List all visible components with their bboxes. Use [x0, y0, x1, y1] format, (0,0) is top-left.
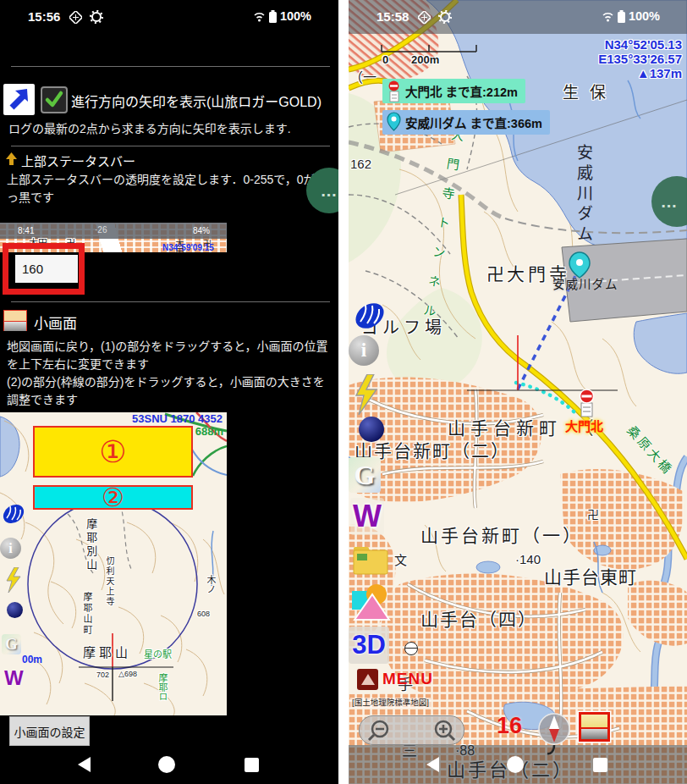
- transparency-input[interactable]: 160: [15, 255, 78, 283]
- divider: [11, 66, 330, 67]
- small-screen-settings-button[interactable]: 小画面の設定: [9, 716, 90, 746]
- check-icon: [42, 88, 66, 112]
- lightning-icon[interactable]: [352, 374, 382, 415]
- position-readout: N34°52'05.13 E135°33'26.57 ▲137m: [598, 37, 682, 80]
- wind-icon[interactable]: [354, 298, 389, 334]
- nav-home-button[interactable]: [158, 756, 175, 773]
- info-icon[interactable]: i: [349, 335, 379, 366]
- temple-mark-icon: 卍: [486, 264, 504, 284]
- zoom-level: 16: [497, 714, 522, 739]
- latitude: N34°52'05.13: [598, 37, 682, 52]
- divider: [11, 146, 330, 146]
- layers-icon: [418, 11, 431, 24]
- gear-icon: [90, 10, 103, 24]
- status-bar-left: 15:56 100%: [0, 0, 338, 34]
- zoom-slider[interactable]: [359, 715, 464, 745]
- altitude: ▲137m: [598, 66, 682, 80]
- lightning-icon[interactable]: [4, 567, 25, 593]
- attribution: [国土地理院標準地図]: [350, 698, 431, 708]
- gear-icon: [438, 10, 452, 24]
- wifi-icon: [253, 11, 266, 22]
- small-screen-region-2[interactable]: ②: [33, 485, 193, 510]
- small-screen-region-1[interactable]: ①: [33, 426, 193, 478]
- up-arrow-icon: [6, 152, 17, 165]
- label-yamatedai-4: 山手台（四）: [420, 610, 537, 629]
- nav-back-button[interactable]: [426, 757, 439, 772]
- battery-icon: [618, 10, 625, 23]
- waypoint-banner-dam[interactable]: 安威川ダム まで直:366m: [382, 110, 550, 135]
- bus-stop-icon: [404, 642, 418, 655]
- small-screen-toggle[interactable]: [579, 712, 610, 742]
- preview-grid-ref: 53SNU 1870 4352: [132, 413, 223, 425]
- sphere-marker-icon[interactable]: [7, 602, 23, 618]
- small-screen-description-1: 地図画面に戻り，(1)の部分をドラッグすると，小画面の位置を上下左右に変更できま…: [7, 338, 335, 373]
- info-icon[interactable]: i: [0, 538, 21, 559]
- w-icon[interactable]: W: [350, 498, 384, 535]
- label-higashimachi: 山手台東町: [544, 567, 637, 587]
- small-screen-title: 小画面: [34, 312, 77, 333]
- g-map-icon[interactable]: G: [349, 457, 381, 493]
- label-lake-name: 安威川ダム: [574, 144, 591, 246]
- preview-map-number: ·26: [95, 225, 107, 235]
- nav-recents-button[interactable]: [245, 758, 259, 772]
- preview-battery: 84%: [193, 226, 210, 235]
- fab-dots: …: [661, 192, 679, 212]
- statusbar-section-title: 上部ステータスバー: [21, 152, 135, 169]
- label-hoshi-no-eki: 星の駅: [144, 649, 172, 660]
- nav-recents-button[interactable]: [593, 758, 607, 772]
- menu-warning-icon[interactable]: [357, 669, 378, 690]
- nav-home-button[interactable]: [507, 756, 524, 773]
- small-screen-icon: [3, 310, 27, 331]
- w-icon[interactable]: W: [4, 666, 24, 690]
- label-maya-betsuzan: 摩耶別山: [85, 518, 96, 572]
- layers-icon: [69, 11, 82, 24]
- label-tenjoji: 忉利天上寺: [105, 556, 114, 607]
- label-maya-sancho: 摩耶山町: [82, 592, 92, 636]
- shapes-icon[interactable]: [352, 582, 391, 623]
- wind-icon[interactable]: [2, 501, 27, 527]
- label-kino: 木ノ: [206, 575, 216, 594]
- fab-dots: …: [321, 181, 338, 201]
- direction-arrow-icon: [3, 84, 35, 115]
- settings-screen: 15:56 100% 進行方向の矢印を表示(山旅ロガーGOLD) ログの最新の2…: [0, 0, 338, 784]
- transparency-highlight-box: 160: [3, 243, 85, 295]
- label-dam: 安威川ダム: [552, 279, 618, 292]
- preview-time: 8:41: [18, 226, 34, 235]
- direction-arrow-label: 進行方向の矢印を表示(山旅ロガーGOLD): [71, 91, 322, 111]
- wifi-icon: [602, 11, 614, 22]
- nav-back-button[interactable]: [78, 757, 91, 772]
- divider: [11, 301, 330, 302]
- longitude: E135°33'26.57: [598, 52, 682, 66]
- 3d-button[interactable]: 3D: [349, 627, 389, 664]
- label-maya-rope: 摩耶ロ: [157, 673, 168, 701]
- label-seiho: 生保: [563, 85, 617, 102]
- statusbar-section-description: 上部ステータスバーの透明度を設定します．0-255で，0が真っ黒です: [7, 171, 330, 207]
- folder-icon[interactable]: [352, 542, 389, 577]
- scale-zero: 0: [382, 54, 388, 66]
- pin-icon: [387, 112, 401, 132]
- label-698: △698: [118, 671, 137, 679]
- clock: 15:56: [28, 9, 60, 24]
- no-entry-marker: [580, 389, 594, 417]
- label-702: 702: [96, 671, 109, 680]
- sphere-marker-icon[interactable]: [359, 417, 384, 442]
- battery-icon: [269, 10, 277, 23]
- preview-elevation: 688m: [195, 426, 223, 438]
- school-mark: 文: [394, 554, 407, 568]
- menu-button[interactable]: MENU: [382, 671, 433, 688]
- direction-arrow-description: ログの最新の2点から求まる方向に矢印を表示します.: [8, 119, 291, 136]
- battery-percent: 100%: [280, 9, 311, 23]
- banner-text: 安威川ダム まで直:366m: [405, 113, 542, 131]
- direction-arrow-checkbox[interactable]: [41, 86, 68, 113]
- g-map-icon[interactable]: G: [2, 634, 21, 654]
- label-elev-162: 162: [350, 157, 371, 172]
- preview-scale-text: 00m: [22, 654, 42, 665]
- label-608: 608: [197, 610, 210, 619]
- clock: 15:58: [376, 9, 409, 24]
- preview-coordinate: N34°59'09.15: [162, 243, 214, 252]
- map-screen[interactable]: 生保 安威川ダム 162 大門寺トンネル 卍 大門寺 安威川ダム ゴルフ場 山手…: [349, 0, 687, 784]
- status-bar-right: 15:58 100%: [349, 0, 687, 34]
- label-shinmachi-1: 山手台新町（一）: [420, 526, 583, 545]
- temple-mark-2: 卍: [587, 509, 599, 522]
- waypoint-banner-daimon-kita[interactable]: 大門北 まで直:212m: [382, 79, 525, 103]
